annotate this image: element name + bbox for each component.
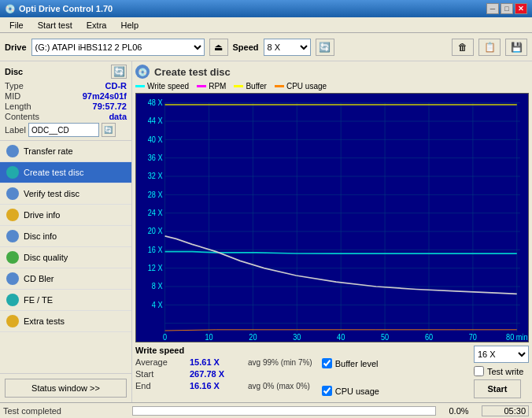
test-write-checkbox[interactable] (474, 366, 484, 376)
cpu-usage-checkbox[interactable] (322, 386, 332, 396)
content-area: 💿 Create test disc Write speed RPM Buffe… (132, 61, 532, 402)
toolbar: Drive (G:) ATAPI iHBS112 2 PL06 ⏏ Speed … (0, 33, 532, 61)
svg-text:28 X: 28 X (148, 190, 163, 199)
content-title: Create test disc (154, 66, 231, 78)
erase-button[interactable]: 🗑 (452, 39, 474, 56)
svg-text:12 X: 12 X (148, 264, 163, 273)
cpu-usage-label: CPU usage (335, 387, 379, 396)
disc-panel: Disc 🔄 Type CD-R MID 97m24s01f Length 79… (0, 61, 131, 141)
nav-items: Transfer rate Create test disc Verify te… (0, 141, 131, 332)
menubar: File Start test Extra Help (0, 17, 532, 33)
progress-percentage: 0.0% (439, 406, 478, 416)
disc-length-row: Length 79:57.72 (5, 102, 127, 111)
titlebar-controls: ─ □ ✕ (486, 3, 527, 14)
save-button[interactable]: 💾 (505, 39, 527, 56)
sidebar-item-create-test-disc[interactable]: Create test disc (0, 162, 131, 183)
stat-start-row: Start 267.78 X (135, 369, 312, 379)
menu-extra[interactable]: Extra (80, 19, 113, 31)
progress-bar-area (132, 406, 436, 416)
sidebar-label-extra-tests: Extra tests (24, 316, 65, 326)
status-window-button[interactable]: Status window >> (5, 379, 127, 398)
stat-average-label: Average (135, 357, 187, 367)
disc-label-row: Label 🔄 (5, 123, 127, 137)
sidebar-item-drive-info[interactable]: Drive info (0, 205, 131, 226)
main: Disc 🔄 Type CD-R MID 97m24s01f Length 79… (0, 61, 532, 402)
disc-contents-key: Contents (5, 112, 39, 121)
disc-mid-key: MID (5, 91, 20, 101)
svg-text:8 X: 8 X (152, 282, 163, 291)
content-header: 💿 Create test disc (135, 65, 529, 79)
sidebar-label-fe-te: FE / TE (24, 295, 53, 305)
disc-refresh-button[interactable]: 🔄 (111, 65, 127, 79)
disc-type-key: Type (5, 81, 24, 91)
svg-text:30: 30 (293, 332, 301, 342)
legend-cpu: CPU usage (275, 82, 327, 91)
sidebar-label-verify-test-disc: Verify test disc (24, 189, 79, 198)
sidebar-item-transfer-rate[interactable]: Transfer rate (0, 141, 131, 162)
menu-help[interactable]: Help (114, 19, 145, 31)
disc-label-refresh-button[interactable]: 🔄 (102, 123, 116, 137)
copy-button[interactable]: 📋 (478, 39, 501, 56)
cd-bler-icon (6, 272, 19, 285)
sidebar: Disc 🔄 Type CD-R MID 97m24s01f Length 79… (0, 61, 132, 402)
speed-select[interactable]: 1 X2 X4 X8 X16 XMax (264, 39, 311, 56)
disc-type-val: CD-R (105, 81, 127, 91)
menu-starttest[interactable]: Start test (31, 19, 79, 31)
svg-text:0: 0 (163, 332, 168, 342)
speed-label: Speed (233, 43, 259, 52)
stat-end-label: End (135, 381, 187, 390)
close-button[interactable]: ✕ (515, 3, 527, 14)
disc-contents-val: data (109, 112, 127, 121)
stat-start-label: Start (135, 369, 187, 379)
test-speed-select[interactable]: 8 X16 X24 X32 XMax (474, 346, 529, 363)
svg-text:70: 70 (469, 332, 478, 342)
legend-rpm-label: RPM (209, 82, 226, 91)
sidebar-item-verify-test-disc[interactable]: Verify test disc (0, 183, 131, 205)
svg-text:80 min: 80 min (506, 332, 527, 342)
svg-text:44 X: 44 X (148, 117, 163, 126)
menu-file[interactable]: File (3, 19, 30, 31)
sidebar-label-drive-info: Drive info (24, 210, 60, 220)
content-icon: 💿 (135, 65, 150, 79)
maximize-button[interactable]: □ (501, 3, 513, 14)
sidebar-item-fe-te[interactable]: FE / TE (0, 290, 131, 311)
start-button[interactable]: Start (474, 379, 521, 398)
svg-text:10: 10 (205, 332, 213, 342)
sidebar-label-disc-info: Disc info (24, 231, 57, 241)
disc-label-input[interactable] (28, 123, 99, 137)
refresh-drive-button[interactable]: 🔄 (316, 39, 334, 56)
svg-rect-0 (136, 94, 528, 342)
stat-end-val: 16.16 X (190, 381, 245, 390)
svg-text:40: 40 (337, 332, 345, 342)
legend-rpm-color (197, 85, 206, 87)
time-display: 05:30 (482, 405, 529, 416)
chart-area: 48 X 44 X 40 X 36 X 32 X 28 X 24 X 20 X … (135, 93, 529, 342)
stat-average-row: Average 15.61 X avg 99% (min 7%) (135, 357, 312, 367)
app-icon: 💿 (5, 4, 16, 14)
buffer-level-label: Buffer level (335, 359, 379, 368)
eject-button[interactable]: ⏏ (209, 39, 228, 56)
svg-text:24 X: 24 X (148, 209, 163, 218)
svg-text:20 X: 20 X (148, 227, 163, 236)
disc-mid-row: MID 97m24s01f (5, 91, 127, 101)
drive-select[interactable]: (G:) ATAPI iHBS112 2 PL06 (31, 39, 205, 56)
sidebar-label-disc-quality: Disc quality (24, 253, 68, 262)
write-speed-section-label: Write speed (135, 346, 312, 355)
svg-text:4 X: 4 X (152, 300, 163, 309)
buffer-level-checkbox[interactable] (322, 358, 332, 368)
minimize-button[interactable]: ─ (486, 3, 499, 14)
cpu-usage-checkbox-row: CPU usage (322, 386, 379, 396)
right-controls: 8 X16 X24 X32 XMax Test write Start (474, 346, 529, 398)
legend-cpu-color (275, 85, 284, 87)
sidebar-item-disc-quality[interactable]: Disc quality (0, 247, 131, 268)
disc-contents-row: Contents data (5, 112, 127, 121)
svg-text:16 X: 16 X (148, 245, 163, 254)
sidebar-item-extra-tests[interactable]: Extra tests (0, 311, 131, 332)
legend-write-speed-color (135, 85, 145, 87)
app-title: Opti Drive Control 1.70 (19, 4, 113, 13)
sidebar-item-disc-info[interactable]: Disc info (0, 226, 131, 247)
sidebar-item-cd-bler[interactable]: CD Bler (0, 268, 131, 290)
svg-text:40 X: 40 X (148, 135, 163, 144)
stat-average-extra: avg 99% (min 7%) (248, 358, 312, 367)
disc-length-key: Length (5, 102, 31, 111)
